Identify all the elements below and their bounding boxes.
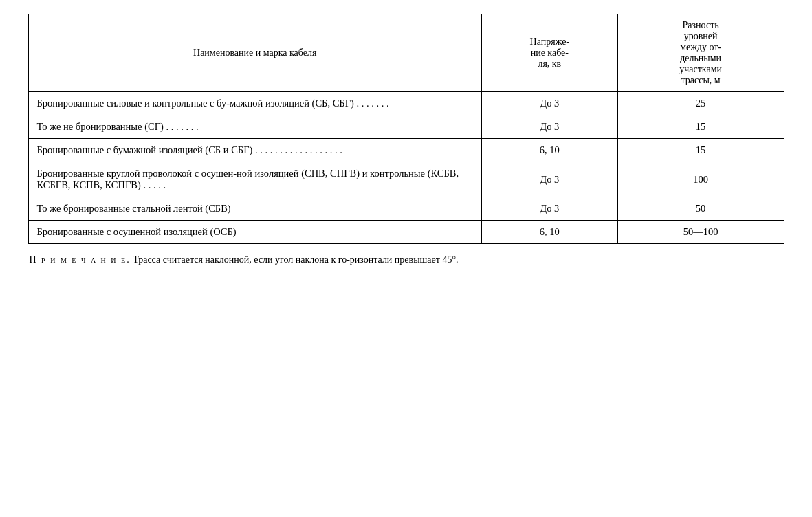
header-voltage: Напряже- ние кабе- ля, кв — [481, 14, 617, 92]
cell-voltage: 6, 10 — [481, 221, 617, 244]
table-row: То же бронированные стальной лентой (СБВ… — [28, 197, 784, 221]
cell-voltage: 6, 10 — [481, 139, 617, 162]
cell-voltage: До 3 — [481, 197, 617, 221]
cell-diff: 50 — [617, 197, 784, 221]
cell-diff: 100 — [617, 162, 784, 197]
cell-diff: 15 — [617, 139, 784, 162]
cell-diff: 15 — [617, 116, 784, 139]
table-row: Бронированные с бумажной изоляцией (СБ и… — [28, 139, 784, 162]
cell-voltage: До 3 — [481, 92, 617, 116]
table-row: Бронированные силовые и контрольные с бу… — [28, 92, 784, 116]
cell-cable-name: Бронированные круглой проволокой с осуше… — [28, 162, 481, 197]
cell-cable-name: Бронированные с осушенной изоляцией (ОСБ… — [28, 221, 481, 244]
cell-diff: 25 — [617, 92, 784, 116]
header-cable-name: Наименование и марка кабеля — [28, 14, 481, 92]
note-label: П р и м е ч а н и е. — [30, 254, 131, 265]
cell-cable-name: То же не бронированные (СГ) . . . . . . … — [28, 116, 481, 139]
cell-voltage: До 3 — [481, 162, 617, 197]
cell-cable-name: Бронированные силовые и контрольные с бу… — [28, 92, 481, 116]
cell-diff: 50—100 — [617, 221, 784, 244]
cell-cable-name: То же бронированные стальной лентой (СБВ… — [28, 197, 481, 221]
table-container: Наименование и марка кабеля Напряже- ние… — [28, 14, 784, 267]
cell-cable-name: Бронированные с бумажной изоляцией (СБ и… — [28, 139, 481, 162]
note: П р и м е ч а н и е. Трасса считается на… — [28, 252, 784, 267]
header-diff: Разность уровней между от- дельными учас… — [617, 14, 784, 92]
table-body: Бронированные силовые и контрольные с бу… — [28, 92, 784, 244]
cell-voltage: До 3 — [481, 116, 617, 139]
cable-table: Наименование и марка кабеля Напряже- ние… — [28, 14, 784, 244]
table-row: То же не бронированные (СГ) . . . . . . … — [28, 116, 784, 139]
table-row: Бронированные с осушенной изоляцией (ОСБ… — [28, 221, 784, 244]
table-row: Бронированные круглой проволокой с осуше… — [28, 162, 784, 197]
note-text: Трасса считается наклонной, если угол на… — [131, 254, 459, 265]
